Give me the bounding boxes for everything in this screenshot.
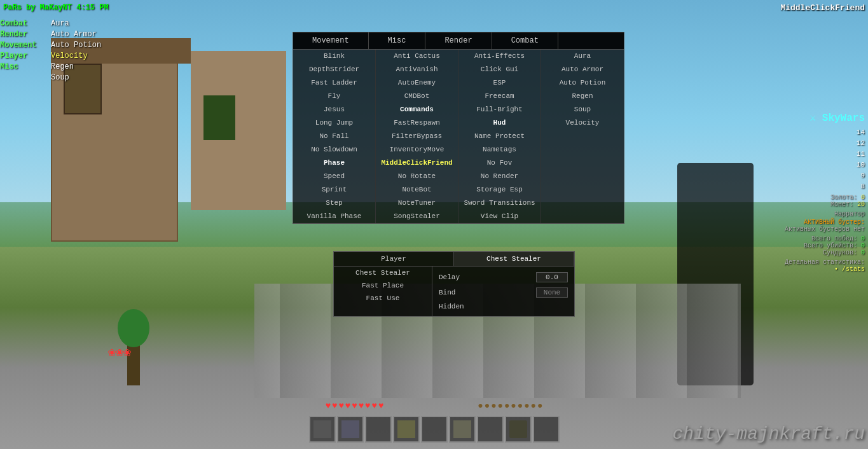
menu-item-swordtransitions[interactable]: Sword Transitions [458, 197, 541, 210]
sidebar-value-render: Auto Armor [51, 30, 97, 39]
hotbar-slot-5[interactable] [421, 416, 448, 443]
hotbar-slot-7[interactable] [477, 416, 504, 443]
menu-item-vanillaphase[interactable]: Vanilla Phase [293, 210, 375, 223]
sub-tab-player[interactable]: Player [334, 252, 454, 266]
menu-item-inventorymove[interactable]: InventoryMove [376, 143, 458, 156]
food-9: ● [531, 401, 536, 412]
heart-8: ♥ [371, 401, 376, 412]
menu-item-phase[interactable]: Phase [293, 156, 375, 170]
menu-item-longjump[interactable]: Long Jump [293, 116, 375, 130]
hotbar-slot-6[interactable] [449, 416, 476, 443]
sub-item-fast-place[interactable]: Fast Place [334, 279, 432, 292]
sidebar-row-player: Player Velocity [0, 52, 101, 60]
heart-6: ♥ [359, 401, 364, 412]
food-6: ● [511, 401, 516, 412]
menu-item-fastladder[interactable]: Fast Ladder [293, 76, 375, 90]
sub-content: Chest Stealer Fast Place Fast Use Delay … [334, 266, 574, 316]
tab-movement[interactable]: Movement [293, 32, 369, 49]
menu-item-sprint[interactable]: Sprint [293, 183, 375, 197]
menu-item-autoarmor[interactable]: Auto Armor [541, 63, 624, 76]
sub-item-fast-use[interactable]: Fast Use [334, 292, 432, 305]
menu-item-hud[interactable]: Hud [458, 116, 541, 130]
menu-item-cmdbot[interactable]: CMDBot [376, 90, 458, 103]
sidebar-value-soup: Soup [51, 73, 69, 82]
menu-item-depthstrider[interactable]: DepthStrider [293, 63, 375, 76]
menu-item-fastrespawn[interactable]: FastRespawn [376, 116, 458, 130]
menu-item-songstealer[interactable]: SongStealer [376, 210, 458, 223]
health-bar: ♥ ♥ ♥ ♥ ♥ ♥ ♥ ♥ ♥ ● ● ● ● ● ● ● ● ● ● [326, 401, 543, 412]
hotbar-slot-9[interactable] [533, 416, 560, 443]
hidden-label: Hidden [439, 303, 464, 310]
sidebar-category-player: Player [0, 52, 51, 60]
coins-label: Монет: 20 [785, 201, 865, 208]
menu-item-jesus[interactable]: Jesus [293, 103, 375, 116]
menu-item-soup[interactable]: Soup [541, 103, 624, 116]
left-sidebar: Combat Aura Render Auto Armor Movement A… [0, 19, 101, 84]
hotbar-slot-4[interactable] [393, 416, 420, 443]
food-8: ● [524, 401, 529, 412]
food-10: ● [537, 401, 542, 412]
heart-5: ♥ [352, 401, 357, 412]
menu-item-antieffects[interactable]: Anti-Effects [458, 50, 541, 63]
stats-cmd: • /stats [785, 266, 865, 273]
menu-item-fullbright[interactable]: Full-Bright [458, 103, 541, 116]
menu-item-esp[interactable]: ESP [458, 76, 541, 90]
menu-item-notebot[interactable]: NoteBot [376, 183, 458, 197]
menu-item-freecam[interactable]: Freecam [458, 90, 541, 103]
coins-value: 20 [857, 201, 865, 208]
bind-value[interactable]: None [536, 287, 568, 298]
sidebar-row-soup: Soup [0, 73, 101, 82]
right-stats-panel: ⚔ SkyWars 14 12 11 10 9 8 Золота: 0 Моне… [785, 111, 865, 273]
menu-item-antivanish[interactable]: AntiVanish [376, 63, 458, 76]
menu-item-middleclickfriend[interactable]: MiddleClickFriend [376, 156, 458, 170]
main-menu: Movement Misc Render Combat Blink DepthS… [293, 32, 624, 224]
top-left-info: PaRs by MaKayNT 4:15 PM [3, 3, 109, 12]
hotbar-slot-1[interactable] [309, 416, 336, 443]
menu-item-notetuner[interactable]: NoteTuner [376, 197, 458, 210]
menu-item-norotate[interactable]: No Rotate [376, 170, 458, 183]
menu-item-step[interactable]: Step [293, 197, 375, 210]
menu-item-speed[interactable]: Speed [293, 170, 375, 183]
kills-value: 0 [861, 242, 865, 249]
setting-bind: Bind None [432, 285, 574, 300]
hotbar-slot-2[interactable] [337, 416, 364, 443]
menu-item-storageesp[interactable]: Storage Esp [458, 183, 541, 197]
menu-item-nofov[interactable]: No Fov [458, 156, 541, 170]
tab-misc[interactable]: Misc [369, 32, 426, 49]
menu-item-clickgui[interactable]: Click Gui [458, 63, 541, 76]
sidebar-value-movement: Auto Potion [51, 41, 101, 50]
menu-item-blink[interactable]: Blink [293, 50, 375, 63]
hotbar-slot-8[interactable] [505, 416, 532, 443]
menu-item-aura[interactable]: Aura [541, 50, 624, 63]
gold-value: 0 [861, 194, 865, 201]
menu-item-autopotion[interactable]: Auto Potion [541, 76, 624, 90]
tab-render[interactable]: Render [425, 32, 492, 49]
menu-col-combat: Aura Auto Armor Auto Potion Regen Soup V… [541, 50, 624, 223]
menu-item-commands[interactable]: Commands [376, 103, 458, 116]
menu-item-autoenemy[interactable]: AutoEnemy [376, 76, 458, 90]
sub-item-chest-stealer[interactable]: Chest Stealer [334, 266, 432, 279]
menu-item-anticactus[interactable]: Anti Cactus [376, 50, 458, 63]
hotbar-slot-3[interactable] [365, 416, 392, 443]
menu-item-regen[interactable]: Regen [541, 90, 624, 103]
menu-item-noslowdown[interactable]: No Slowdown [293, 143, 375, 156]
menu-item-norender[interactable]: No Render [458, 170, 541, 183]
menu-item-nofall[interactable]: No Fall [293, 130, 375, 143]
menu-item-filterbypass[interactable]: FilterBypass [376, 130, 458, 143]
menu-item-nameprotect[interactable]: Name Protect [458, 130, 541, 143]
food-7: ● [518, 401, 523, 412]
tab-combat[interactable]: Combat [492, 32, 558, 49]
food-2: ● [485, 401, 490, 412]
food-1: ● [478, 401, 483, 412]
kills-line: Всего убийств: 0 [785, 242, 865, 249]
wins-value: 0 [861, 235, 865, 242]
heart-9: ♥ [378, 401, 383, 412]
delay-value[interactable]: 0.0 [536, 272, 568, 282]
menu-item-viewclip[interactable]: View Clip [458, 210, 541, 223]
sub-tab-chest-stealer[interactable]: Chest Stealer [454, 252, 574, 266]
menu-item-nametags[interactable]: Nametags [458, 143, 541, 156]
boost-label: АКТИВНЫЙ бустер: [785, 219, 865, 226]
menu-item-velocity-combat[interactable]: Velocity [541, 116, 624, 130]
menu-item-fly[interactable]: Fly [293, 90, 375, 103]
sidebar-row-movement: Movement Auto Potion [0, 41, 101, 50]
